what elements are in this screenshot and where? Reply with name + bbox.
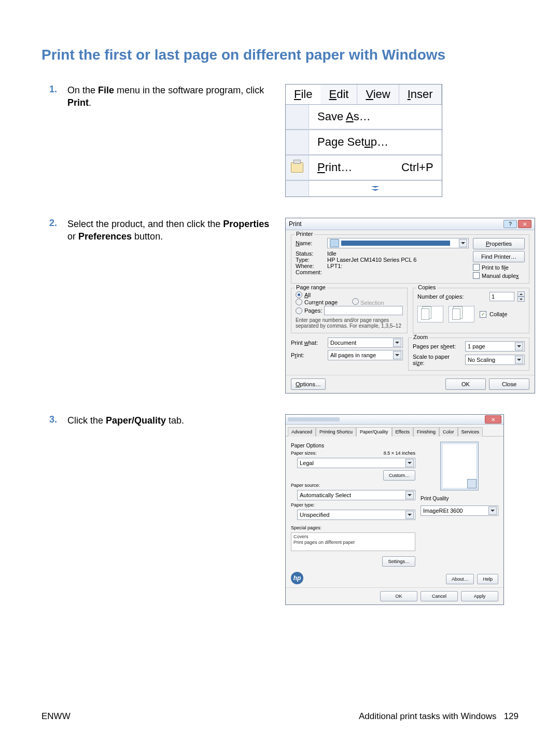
t: Properties [223, 219, 269, 229]
printer-name-value [341, 241, 450, 246]
list-item[interactable]: Print pages on different paper [293, 540, 413, 545]
legend: Copies [416, 284, 437, 290]
steps-list: 1. On the File menu in the software prog… [41, 84, 519, 605]
paper-size-combo[interactable]: Legal [297, 458, 415, 468]
close-dialog-button[interactable]: Close [489, 378, 529, 390]
tab-paper-quality[interactable]: Paper/Quality [356, 427, 392, 437]
custom-button[interactable]: Custom… [383, 470, 415, 481]
paper-source-combo[interactable]: Automatically Select [297, 490, 415, 500]
copies-group: Copies Number of copies: 1 Collate [413, 288, 529, 333]
chevron-down-icon [393, 339, 401, 347]
current-page-radio[interactable] [296, 299, 302, 305]
legend: Paper Options [291, 443, 415, 448]
legend: Zoom [412, 334, 429, 340]
page-preview-icon [440, 442, 479, 490]
t: Additional print tasks with Windows [359, 711, 497, 721]
label: Special pages: [291, 525, 415, 530]
t: File [98, 85, 114, 95]
t: dit [337, 88, 348, 101]
value: 8.5 × 14 inches [384, 451, 415, 456]
label: Manual duplex [482, 273, 519, 279]
value: All pages in range [330, 352, 376, 358]
printer-name-combo[interactable] [327, 238, 469, 248]
chevron-down-icon [405, 459, 414, 467]
label: Collate [489, 311, 507, 317]
list-item[interactable]: Covers [293, 534, 413, 539]
menu-edit[interactable]: Edit [320, 85, 357, 104]
tab-printing-shortcuts[interactable]: Printing Shortcu [316, 427, 356, 437]
pages-per-sheet-combo[interactable]: 1 page [465, 341, 525, 352]
print-range-combo[interactable]: All pages in range [328, 350, 403, 360]
menu-expand[interactable] [286, 181, 442, 196]
paper-type-combo[interactable]: Unspecified [297, 510, 415, 520]
legend: Print Quality [421, 496, 498, 501]
collate-checkbox[interactable] [480, 311, 486, 318]
settings-button[interactable]: Settings… [382, 556, 415, 567]
manual-duplex-checkbox[interactable] [473, 272, 480, 279]
menu-view[interactable]: View [357, 85, 399, 104]
ok-button[interactable]: OK [445, 378, 486, 390]
t: A [346, 110, 354, 123]
collate-icon [417, 306, 443, 322]
scale-combo[interactable]: No Scaling [465, 355, 525, 365]
chevron-down-icon [459, 239, 467, 247]
properties-button[interactable]: Properties [473, 238, 525, 249]
all-radio[interactable] [296, 291, 302, 298]
label: Where: [296, 263, 324, 269]
close-button[interactable]: ✕ [485, 415, 501, 424]
value: No Scaling [468, 357, 495, 363]
label: Paper type: [291, 502, 415, 508]
menu-item-page-setup[interactable]: Page Setup… [286, 130, 442, 154]
tab-color[interactable]: Color [439, 427, 458, 437]
legend: Printer [295, 231, 314, 237]
ok-button[interactable]: OK [380, 591, 417, 601]
menu-file[interactable]: File [286, 85, 320, 104]
help-button[interactable]: Help [477, 574, 498, 584]
label: Paper source: [291, 483, 415, 488]
t: Print [67, 97, 89, 108]
print-what-combo[interactable]: Document [328, 338, 403, 348]
menu-insert[interactable]: Inser [399, 85, 442, 104]
value: HP LaserJet CM1410 Series PCL 6 [327, 257, 416, 263]
options-button[interactable]: Options… [291, 378, 326, 390]
step-2: 2. Select the product, and then click th… [41, 218, 519, 393]
tabs: Advanced Printing Shortcu Paper/Quality … [286, 425, 503, 437]
apply-button[interactable]: Apply [461, 591, 498, 601]
blank-icon [286, 105, 309, 129]
label: All [304, 292, 311, 298]
tab-finishing[interactable]: Finishing [413, 427, 439, 437]
t: P [317, 161, 325, 174]
close-button[interactable]: ✕ [518, 220, 531, 228]
print-quality-combo[interactable]: ImageREt 3600 [421, 505, 498, 516]
menu-item-save-as[interactable]: Save As… [286, 105, 442, 129]
print-to-file-checkbox[interactable] [473, 264, 480, 271]
find-printer-button[interactable]: Find Printer… [473, 251, 525, 262]
chevron-down-icon [393, 351, 401, 359]
copies-spinner[interactable] [517, 291, 525, 302]
value: LPT1: [327, 263, 342, 269]
pages-input[interactable] [324, 306, 403, 315]
chevron-down-icon [405, 511, 414, 519]
label: Print: [291, 352, 325, 358]
t: On the [67, 85, 98, 95]
label: Paper sizes: [291, 451, 317, 456]
tab-services[interactable]: Services [458, 427, 483, 437]
special-pages-list[interactable]: Covers Print pages on different paper [291, 532, 415, 551]
cancel-button[interactable]: Cancel [421, 591, 458, 601]
help-button[interactable]: ? [503, 220, 517, 228]
pages-radio[interactable] [296, 307, 302, 314]
t: rint… [325, 161, 353, 174]
tab-advanced[interactable]: Advanced [288, 427, 316, 437]
label: Pages per sheet: [413, 343, 462, 349]
t: tab. [166, 415, 184, 426]
file-dropdown: Save As… Page Setup… Print… Ctrl+P [286, 105, 442, 196]
label: Current page [304, 299, 338, 305]
about-button[interactable]: About… [446, 574, 474, 584]
tab-effects[interactable]: Effects [392, 427, 413, 437]
copies-input[interactable]: 1 [489, 292, 514, 301]
shortcut: Ctrl+P [401, 161, 442, 174]
step-number: 3. [41, 414, 57, 427]
t: u [365, 135, 371, 148]
menu-item-print[interactable]: Print… Ctrl+P [286, 156, 442, 179]
legend: Page range [295, 284, 327, 290]
